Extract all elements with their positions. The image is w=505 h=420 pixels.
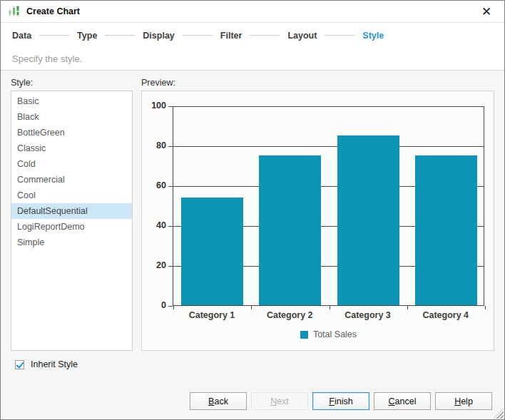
- category-label: Category 4: [407, 310, 485, 320]
- style-item-cool[interactable]: Cool: [11, 188, 132, 203]
- style-item-bottlegreen[interactable]: BottleGreen: [11, 125, 132, 140]
- close-icon[interactable]: ✕: [476, 6, 497, 18]
- y-axis-label: 80: [142, 140, 166, 150]
- y-axis-label: 20: [142, 260, 166, 270]
- x-tick: [407, 306, 408, 309]
- style-item-defaultsequential[interactable]: DefaultSequential: [11, 203, 132, 219]
- y-axis-label: 0: [142, 300, 166, 310]
- style-item-commercial[interactable]: Commercial: [11, 172, 132, 188]
- y-tick: [168, 266, 173, 267]
- legend-series-name: Total Sales: [313, 329, 357, 339]
- gridline: [173, 146, 484, 147]
- x-tick: [251, 306, 252, 309]
- finish-button[interactable]: Finish: [312, 392, 369, 410]
- category-label: Category 3: [329, 310, 407, 320]
- create-chart-dialog: Create Chart ✕ Data Type Display Filter …: [0, 0, 505, 420]
- button-row: Back Next Finish Cancel Help: [1, 392, 492, 410]
- y-tick: [168, 106, 173, 107]
- step-connector: [39, 35, 69, 36]
- style-item-black[interactable]: Black: [11, 109, 132, 125]
- y-tick: [168, 186, 173, 187]
- bar: [181, 198, 243, 305]
- back-button[interactable]: Back: [190, 392, 247, 410]
- dialog-title: Create Chart: [26, 6, 80, 16]
- subtitle-row: Specify the style.: [1, 48, 504, 71]
- next-button[interactable]: Next: [251, 392, 308, 410]
- x-tick: [173, 306, 174, 309]
- chart-preview: 020406080100 Category 1Category 2Categor…: [141, 91, 494, 351]
- step-display[interactable]: Display: [143, 31, 174, 41]
- step-data[interactable]: Data: [12, 31, 31, 41]
- wizard-steps: Data Type Display Filter Layout Style: [1, 23, 504, 48]
- style-item-cold[interactable]: Cold: [11, 156, 132, 172]
- step-style[interactable]: Style: [362, 31, 384, 41]
- resize-grip-icon[interactable]: [494, 409, 504, 419]
- step-type[interactable]: Type: [77, 31, 97, 41]
- legend-swatch: [300, 331, 308, 339]
- style-list-label: Style:: [11, 78, 33, 88]
- step-layout[interactable]: Layout: [287, 31, 317, 41]
- style-item-basic[interactable]: Basic: [11, 93, 132, 109]
- bar: [259, 155, 321, 305]
- inherit-style-checkbox[interactable]: [15, 360, 24, 369]
- x-tick: [330, 306, 330, 309]
- gridline: [173, 106, 484, 107]
- style-item-simple[interactable]: Simple: [11, 235, 132, 250]
- step-connector: [183, 35, 213, 36]
- chart-legend: Total Sales: [173, 329, 484, 339]
- chart-icon: [8, 5, 21, 18]
- style-item-classic[interactable]: Classic: [11, 140, 132, 156]
- step-filter[interactable]: Filter: [220, 31, 243, 41]
- y-axis-label: 40: [142, 220, 166, 230]
- y-tick: [168, 146, 173, 147]
- style-item-logireportdemo[interactable]: LogiReportDemo: [11, 219, 132, 235]
- cancel-button[interactable]: Cancel: [374, 392, 431, 410]
- help-button[interactable]: Help: [435, 392, 492, 410]
- inherit-style-checkbox-row[interactable]: Inherit Style: [15, 359, 78, 369]
- y-axis-label: 60: [142, 180, 166, 190]
- x-tick: [485, 306, 486, 309]
- title-bar: Create Chart ✕: [1, 1, 504, 23]
- category-label: Category 1: [173, 310, 251, 320]
- inherit-style-label: Inherit Style: [31, 359, 78, 369]
- y-axis-label: 100: [142, 101, 166, 111]
- y-tick: [168, 226, 173, 227]
- y-tick: [168, 306, 173, 307]
- chart-plot-area: [173, 106, 484, 306]
- step-connector: [105, 35, 135, 36]
- step-description: Specify the style.: [12, 53, 82, 64]
- bar: [337, 135, 399, 305]
- bar: [415, 155, 477, 305]
- style-list: Basic Black BottleGreen Classic Cold Com…: [11, 91, 133, 351]
- preview-label: Preview:: [141, 78, 175, 88]
- category-label: Category 2: [250, 310, 329, 320]
- step-connector: [250, 35, 280, 36]
- step-connector: [325, 35, 354, 36]
